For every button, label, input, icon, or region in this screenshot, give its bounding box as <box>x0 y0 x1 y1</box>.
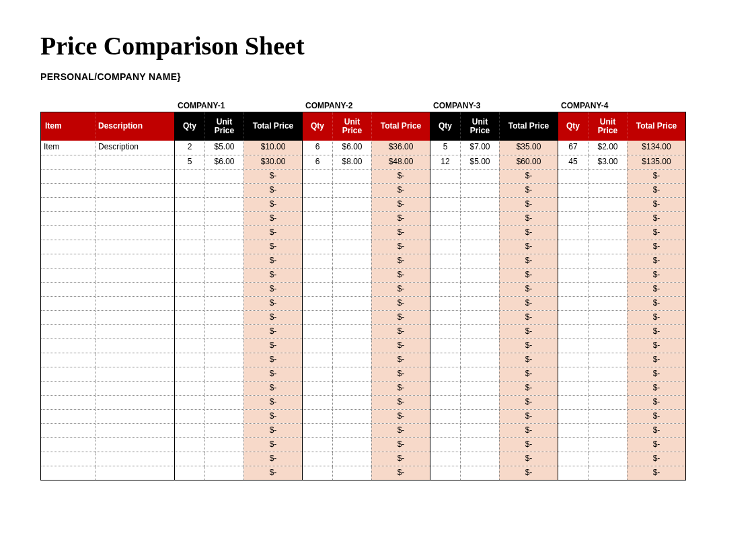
table-row[interactable]: $- <box>430 225 558 240</box>
cell-unit-price[interactable] <box>588 283 627 296</box>
cell-total-price[interactable]: $- <box>371 438 430 452</box>
cell-qty[interactable] <box>303 325 332 338</box>
cell-unit-price[interactable] <box>332 438 371 452</box>
cell-unit-price[interactable]: $3.00 <box>588 155 627 169</box>
cell-description[interactable]: Description <box>95 141 174 155</box>
cell-total-price[interactable]: $- <box>499 226 558 240</box>
cell-total-price[interactable]: $- <box>243 311 302 324</box>
cell-qty[interactable] <box>558 198 588 211</box>
table-row[interactable]: $- <box>303 381 430 395</box>
cell-qty[interactable] <box>303 297 332 310</box>
cell-total-price[interactable]: $- <box>243 269 302 282</box>
cell-unit-price[interactable] <box>332 410 371 423</box>
cell-qty[interactable] <box>175 226 204 240</box>
cell-unit-price[interactable] <box>204 367 243 381</box>
cell-unit-price[interactable] <box>588 410 627 423</box>
cell-unit-price[interactable] <box>460 452 499 466</box>
cell-total-price[interactable]: $- <box>243 382 302 395</box>
cell-total-price[interactable]: $- <box>243 226 302 240</box>
cell-unit-price[interactable] <box>588 325 627 338</box>
cell-qty[interactable] <box>175 424 204 437</box>
table-row[interactable]: $- <box>175 169 302 183</box>
table-row[interactable]: $- <box>175 409 302 423</box>
cell-unit-price[interactable] <box>460 212 499 225</box>
cell-unit-price[interactable] <box>460 396 499 409</box>
cell-description[interactable] <box>95 155 174 169</box>
table-row[interactable]: $- <box>303 183 430 197</box>
cell-qty[interactable] <box>430 325 460 338</box>
cell-total-price[interactable]: $- <box>243 339 302 353</box>
cell-description[interactable] <box>95 452 174 466</box>
cell-total-price[interactable]: $- <box>243 240 302 254</box>
table-row[interactable]: $- <box>303 310 430 324</box>
cell-total-price[interactable]: $- <box>371 396 430 409</box>
cell-item[interactable] <box>41 198 95 211</box>
cell-unit-price[interactable] <box>588 424 627 437</box>
cell-qty[interactable] <box>430 424 460 437</box>
cell-item[interactable] <box>41 438 95 452</box>
cell-description[interactable] <box>95 297 174 310</box>
cell-unit-price[interactable] <box>332 452 371 466</box>
cell-qty[interactable] <box>430 254 460 268</box>
table-row[interactable]: $- <box>558 452 685 466</box>
cell-total-price[interactable]: $- <box>371 353 430 367</box>
table-row[interactable]: $- <box>175 324 302 338</box>
table-row[interactable] <box>41 169 174 183</box>
cell-qty[interactable] <box>430 452 460 466</box>
cell-unit-price[interactable]: $5.00 <box>204 141 243 155</box>
cell-total-price[interactable]: $- <box>499 311 558 324</box>
table-row[interactable]: $- <box>175 225 302 240</box>
table-row[interactable]: $- <box>430 353 558 367</box>
cell-qty[interactable] <box>558 212 588 225</box>
cell-unit-price[interactable] <box>588 466 627 480</box>
cell-unit-price[interactable] <box>460 438 499 452</box>
table-row[interactable] <box>41 310 174 324</box>
cell-total-price[interactable]: $- <box>627 170 685 183</box>
cell-unit-price[interactable]: $5.00 <box>460 155 499 169</box>
cell-unit-price[interactable] <box>460 311 499 324</box>
table-row[interactable]: $- <box>175 466 302 480</box>
cell-total-price[interactable]: $- <box>499 410 558 423</box>
cell-unit-price[interactable] <box>588 184 627 197</box>
cell-total-price[interactable]: $- <box>243 396 302 409</box>
cell-qty[interactable] <box>303 269 332 282</box>
table-row[interactable]: $- <box>430 197 558 211</box>
cell-item[interactable] <box>41 212 95 225</box>
cell-item[interactable] <box>41 311 95 324</box>
table-row[interactable]: $- <box>303 409 430 423</box>
cell-qty[interactable] <box>175 198 204 211</box>
cell-item[interactable]: Item <box>41 141 95 155</box>
table-row[interactable]: $- <box>430 367 558 381</box>
table-row[interactable]: $- <box>303 423 430 437</box>
table-row[interactable]: $- <box>430 254 558 268</box>
cell-item[interactable] <box>41 155 95 169</box>
table-row[interactable]: $- <box>303 254 430 268</box>
table-row[interactable]: $- <box>175 282 302 296</box>
cell-unit-price[interactable] <box>588 311 627 324</box>
cell-qty[interactable] <box>558 170 588 183</box>
cell-qty[interactable] <box>430 297 460 310</box>
cell-qty[interactable] <box>430 170 460 183</box>
cell-qty[interactable] <box>175 410 204 423</box>
table-row[interactable] <box>41 282 174 296</box>
cell-total-price[interactable]: $- <box>499 198 558 211</box>
cell-qty[interactable] <box>303 198 332 211</box>
table-row[interactable]: $- <box>430 169 558 183</box>
cell-total-price[interactable]: $- <box>627 198 685 211</box>
cell-qty[interactable] <box>558 466 588 480</box>
cell-unit-price[interactable] <box>460 410 499 423</box>
table-row[interactable]: $- <box>430 211 558 225</box>
cell-qty[interactable] <box>558 410 588 423</box>
cell-qty[interactable] <box>558 184 588 197</box>
table-row[interactable]: $- <box>430 296 558 310</box>
cell-description[interactable] <box>95 212 174 225</box>
cell-qty[interactable] <box>558 382 588 395</box>
cell-unit-price[interactable] <box>588 240 627 254</box>
cell-qty[interactable] <box>303 184 332 197</box>
cell-qty[interactable] <box>303 353 332 367</box>
cell-unit-price[interactable] <box>332 240 371 254</box>
table-row[interactable]: $- <box>430 395 558 409</box>
cell-qty[interactable] <box>430 311 460 324</box>
cell-total-price[interactable]: $- <box>499 466 558 480</box>
cell-qty[interactable] <box>430 466 460 480</box>
